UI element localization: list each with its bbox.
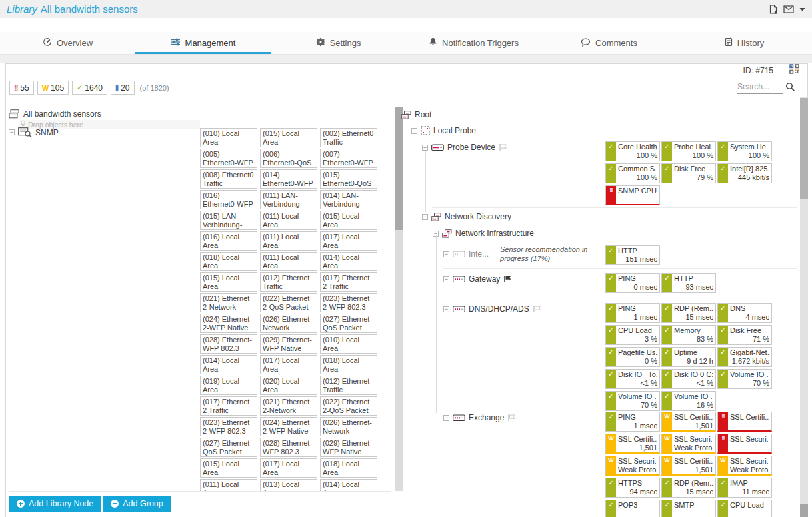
sensor-tile[interactable]: ✓PING1 msec (605, 412, 660, 432)
sensor-tile[interactable]: ✓RDP (Rem...15 msec (661, 303, 716, 323)
library-sensor-tile[interactable]: (011) Local Area (200, 479, 257, 491)
library-sensor-tile[interactable]: (028) Ethernet-WFP 802.3 (260, 438, 317, 457)
library-sensor-tile[interactable]: (012) Ethernet Traffic (320, 376, 377, 395)
collapse-toggle[interactable]: − (422, 214, 428, 220)
library-sensor-tile[interactable]: (022) Ethernet 2-QoS Packet (260, 293, 317, 312)
badge-paused[interactable]: II20 (111, 81, 134, 95)
library-sensor-tile[interactable]: (002) Ethernet0 Traffic (320, 128, 377, 147)
sensor-tile[interactable]: ✓DNS4 msec (717, 303, 772, 323)
sensor-tile[interactable]: ✓Disk Free71 % (717, 325, 772, 345)
sensor-tile[interactable]: !!SSL Securi... (717, 434, 772, 454)
library-sensor-tile[interactable]: (015) Ethernet0-QoS Packet (320, 169, 377, 189)
sensor-tile[interactable]: ✓HTTP93 msec (661, 273, 716, 293)
collapse-toggle[interactable]: − (422, 145, 428, 151)
library-sensor-tile[interactable]: (024) Ethernet 2-WFP Native (260, 417, 317, 436)
sensor-tile[interactable]: ✓Gigabit-Net...1,672 kbit/s (717, 347, 772, 367)
library-sensor-tile[interactable]: (010) Local Area (200, 128, 257, 147)
library-sensor-tile[interactable]: (026) Ethernet-Network (320, 417, 377, 436)
sensor-tile[interactable]: ✓Intel[R] 825...445 kbit/s (717, 163, 772, 183)
badge-error[interactable]: !!55 (9, 81, 34, 95)
sensor-tile[interactable]: ✓IMAP11 msec (717, 478, 772, 498)
tree-node-local-probe[interactable]: −Local Probe (411, 126, 476, 135)
sensor-tile[interactable]: ✓Pagefile Us...0 % (605, 347, 660, 367)
library-sensor-tile[interactable]: (015) Local Area (200, 458, 257, 478)
library-sensor-tile[interactable]: (018) Local Area (200, 252, 257, 271)
library-sensor-tile[interactable]: (017) Local Area (260, 458, 317, 478)
library-sensor-tile[interactable]: (015) Local Area (200, 272, 257, 292)
library-sensor-tile[interactable]: (014) Local Area (200, 355, 257, 374)
sensor-tile[interactable]: WSSL Securi...Weak Proto... (717, 456, 772, 476)
library-sensor-tile[interactable]: (012) Ethernet Traffic (260, 272, 317, 292)
sensor-tile[interactable]: ✓Disk IO 0 C:<1 % (661, 369, 716, 389)
sensor-tile[interactable]: WSSL Certifi...1,501 (605, 434, 660, 454)
tab-notification-triggers[interactable]: Notification Triggers (406, 32, 541, 54)
library-sensor-tile[interactable]: (006) Ethernet0-QoS Packet (260, 149, 317, 168)
library-sensor-tile[interactable]: (028) Ethernet-WFP 802.3 (200, 334, 257, 354)
caret-down-icon[interactable] (799, 7, 805, 11)
library-sensor-tile[interactable]: (011) Local Area (260, 211, 317, 230)
library-sensor-tile[interactable]: (015) Local Area (260, 128, 317, 147)
search-input[interactable]: Search... (737, 82, 783, 94)
library-sensor-tile[interactable]: (015) LAN-Verbindung- (200, 211, 257, 230)
library-sensor-tile[interactable]: (017) Local Area (260, 355, 317, 374)
library-sensor-tile[interactable]: (022) Ethernet 2-QoS Packet (320, 396, 377, 416)
library-sensor-tile[interactable]: (021) Ethernet 2-Network (260, 396, 317, 416)
tree-node-network-discovery[interactable]: −Network Discovery (422, 212, 511, 221)
library-sensor-tile[interactable]: (008) Ethernet0 Traffic (200, 169, 257, 189)
left-panel-scrollbar-thumb[interactable] (395, 107, 403, 230)
sensor-tile[interactable]: ✓Uptime9 d 12 h (661, 347, 716, 367)
tree-node-probe-device[interactable]: −Probe Device (422, 143, 507, 152)
sensor-tile[interactable]: ✓Core Health100 % (605, 141, 660, 161)
library-sensor-tile[interactable]: (010) Local Area (320, 334, 377, 354)
library-sensor-tile[interactable]: (016) Local Area (200, 231, 257, 251)
library-sensor-tile[interactable]: (019) Local Area (200, 376, 257, 395)
sensor-tile[interactable]: ✓POP3 (605, 500, 660, 517)
library-sensor-tile[interactable]: (011) LAN-Verbindung (260, 190, 317, 209)
sensor-tile[interactable]: ✓Common S...100 % (605, 163, 660, 183)
sensor-tile[interactable]: ✓PING1 msec (605, 303, 660, 323)
search-icon[interactable] (785, 82, 795, 95)
tree-node-dns-dhcp-ads[interactable]: −DNS/DHCP/ADS (443, 304, 541, 314)
tree-node-gateway[interactable]: −Gateway (443, 274, 512, 284)
page-add-icon[interactable] (769, 5, 778, 14)
library-sensor-tile[interactable]: (017) Local Area (320, 231, 377, 251)
library-sensor-tile[interactable]: (023) Ethernet 2-WFP 802.3 (200, 417, 257, 436)
sensor-tile[interactable]: ✓PING0 msec (605, 273, 660, 293)
tree-node-network-infrastructure[interactable]: −Network Infrastructure (433, 229, 534, 238)
library-sensor-tile[interactable]: (014) Ethernet0-WFP Native (260, 169, 317, 189)
sensor-tile[interactable]: !!SNMP CPU... (605, 185, 660, 205)
sensor-tile[interactable]: ✓Memory83 % (661, 325, 716, 345)
library-sensor-tile[interactable]: (017) Ethernet 2 Traffic (200, 396, 257, 416)
sensor-tile[interactable]: ✓Disk Free79 % (661, 163, 716, 183)
library-sensor-tile[interactable]: (020) Local Area (260, 376, 317, 395)
tab-history[interactable]: History (677, 32, 812, 54)
sensor-tile[interactable]: ✓Disk IO _To...<1 % (605, 369, 660, 389)
sensor-tile[interactable]: ✓RDP (Rem...15 msec (661, 478, 716, 498)
add-group-button[interactable]: Add Group (103, 496, 170, 512)
envelope-icon[interactable] (783, 5, 794, 13)
collapse-toggle[interactable]: − (411, 128, 417, 134)
library-sensor-tile[interactable]: (021) Ethernet 2-Network (200, 293, 257, 312)
badge-warn[interactable]: W105 (37, 81, 69, 95)
library-sensor-tile[interactable]: (023) Ethernet 2-WFP 802.3 (320, 293, 377, 312)
sensor-tile[interactable]: WSSL Securi...Weak Proto... (661, 434, 716, 454)
library-sensor-tile[interactable]: (017) Ethernet 2 Traffic (320, 272, 377, 292)
sensor-tile[interactable]: ✓CPU Load (717, 500, 772, 517)
sensor-tile[interactable]: WSSL Securi...Weak Proto... (605, 456, 660, 476)
library-sensor-tile[interactable]: (014) LAN-Verbindung-QoS (320, 190, 377, 209)
tab-overview[interactable]: Overview (0, 32, 135, 54)
sensor-tile[interactable]: WSSL Certifi...1,501 (661, 412, 716, 432)
library-sensor-tile[interactable]: (018) Local Area (320, 355, 377, 374)
library-sensor-tile[interactable]: (014) Local Area (320, 252, 377, 271)
sensor-tile[interactable]: ✓HTTPS94 msec (605, 478, 660, 498)
qr-code-icon[interactable] (789, 64, 799, 77)
tree-node-inte-[interactable]: −Inte...Sensor recommendation in progres… (443, 245, 613, 263)
tab-comments[interactable]: Comments (541, 32, 677, 54)
library-sensor-tile[interactable]: (027) Ethernet-QoS Packet (320, 314, 377, 333)
tab-settings[interactable]: Settings (271, 32, 406, 54)
library-sensor-tile[interactable]: (029) Ethernet-WFP Native (260, 334, 317, 354)
library-sensor-tile[interactable]: (013) Local Area (260, 479, 317, 491)
library-sensor-tile[interactable]: (026) Ethernet-Network (260, 314, 317, 333)
sensor-tile[interactable]: ✓System He...100 % (717, 141, 772, 161)
badge-ok[interactable]: ✓1640 (72, 81, 107, 95)
